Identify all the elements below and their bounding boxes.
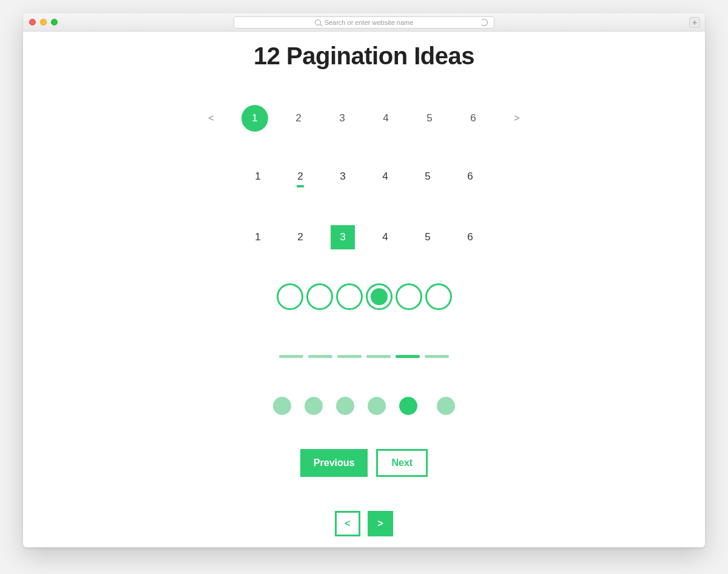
next-square-button[interactable]: > bbox=[368, 511, 393, 536]
page-2[interactable]: 2 bbox=[288, 167, 312, 186]
dash-3[interactable] bbox=[337, 355, 362, 358]
pagination-outline-dots bbox=[23, 283, 705, 310]
sdot-6[interactable] bbox=[437, 397, 455, 415]
address-bar[interactable]: Search or enter website name bbox=[234, 16, 494, 29]
page-3[interactable]: 3 bbox=[331, 225, 355, 249]
sdot-3[interactable] bbox=[336, 397, 354, 415]
prev-button[interactable]: < bbox=[198, 105, 224, 132]
search-icon bbox=[315, 19, 321, 25]
dot-6[interactable] bbox=[425, 283, 452, 310]
pagination-dashes bbox=[23, 355, 705, 358]
maximize-icon[interactable] bbox=[51, 19, 58, 25]
sdot-4[interactable] bbox=[368, 397, 386, 415]
previous-button[interactable]: Previous bbox=[300, 449, 368, 477]
page-2[interactable]: 2 bbox=[285, 105, 312, 132]
page-3[interactable]: 3 bbox=[329, 105, 356, 132]
dot-1[interactable] bbox=[277, 283, 303, 310]
pagination-prev-next-arrows: < > bbox=[23, 511, 705, 536]
page-6[interactable]: 6 bbox=[460, 105, 487, 132]
address-bar-wrap: Search or enter website name bbox=[234, 16, 494, 29]
dash-5[interactable] bbox=[396, 355, 420, 358]
page-title: 12 Pagination Ideas bbox=[23, 42, 705, 70]
page-6[interactable]: 6 bbox=[458, 225, 482, 249]
page-5[interactable]: 5 bbox=[416, 105, 443, 132]
page-3[interactable]: 3 bbox=[331, 167, 355, 186]
page-5[interactable]: 5 bbox=[416, 167, 440, 186]
minimize-icon[interactable] bbox=[40, 19, 47, 25]
pagination-underline: 1 2 3 4 5 6 bbox=[23, 167, 705, 186]
dash-1[interactable] bbox=[279, 355, 303, 358]
page-4[interactable]: 4 bbox=[373, 225, 397, 249]
close-icon[interactable] bbox=[29, 19, 36, 25]
pagination-circle-active: < 1 2 3 4 5 6 > bbox=[23, 105, 705, 132]
sdot-2[interactable] bbox=[305, 397, 323, 415]
dot-3[interactable] bbox=[336, 283, 363, 310]
sdot-1[interactable] bbox=[273, 397, 291, 415]
next-button[interactable]: > bbox=[504, 105, 530, 132]
next-button[interactable]: Next bbox=[376, 449, 428, 477]
dot-4[interactable] bbox=[366, 283, 393, 310]
browser-window: Search or enter website name + 12 Pagina… bbox=[23, 13, 705, 547]
sdot-5[interactable] bbox=[399, 397, 417, 415]
page-content: 12 Pagination Ideas < 1 2 3 4 5 6 > 1 2 … bbox=[23, 32, 705, 547]
pagination-prev-next-words: Previous Next bbox=[23, 449, 705, 477]
page-1[interactable]: 1 bbox=[241, 105, 268, 132]
dot-5[interactable] bbox=[396, 283, 422, 310]
page-5[interactable]: 5 bbox=[416, 225, 440, 249]
new-tab-button[interactable]: + bbox=[689, 17, 700, 28]
dash-6[interactable] bbox=[425, 355, 449, 358]
dash-2[interactable] bbox=[308, 355, 332, 358]
page-1[interactable]: 1 bbox=[246, 167, 270, 186]
page-6[interactable]: 6 bbox=[458, 167, 482, 186]
pagination-square: 1 2 3 4 5 6 bbox=[23, 225, 705, 249]
pagination-solid-dots bbox=[23, 397, 705, 415]
prev-square-button[interactable]: < bbox=[335, 511, 360, 536]
traffic-lights bbox=[29, 19, 58, 25]
page-2[interactable]: 2 bbox=[288, 225, 312, 249]
page-4[interactable]: 4 bbox=[372, 105, 399, 132]
page-1[interactable]: 1 bbox=[246, 225, 270, 249]
dash-4[interactable] bbox=[366, 355, 391, 358]
dot-2[interactable] bbox=[306, 283, 333, 310]
titlebar: Search or enter website name + bbox=[23, 13, 705, 32]
page-4[interactable]: 4 bbox=[373, 167, 397, 186]
plus-icon: + bbox=[692, 18, 697, 27]
reload-icon[interactable] bbox=[480, 19, 488, 26]
address-placeholder: Search or enter website name bbox=[325, 19, 414, 26]
